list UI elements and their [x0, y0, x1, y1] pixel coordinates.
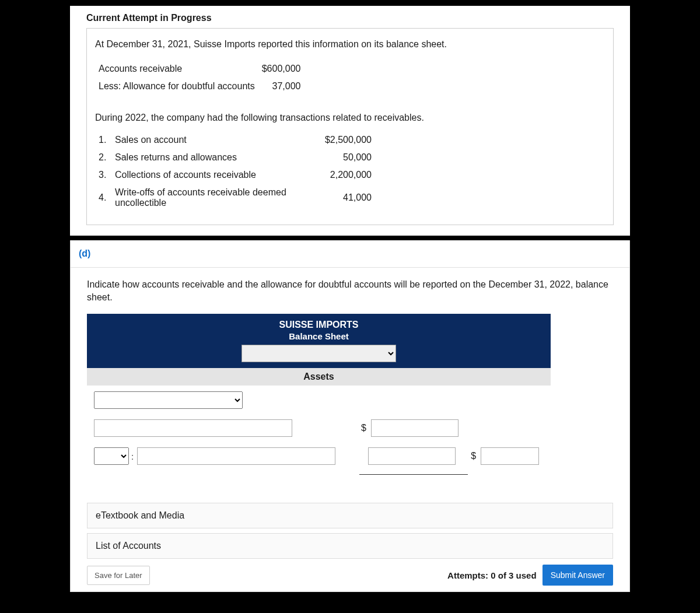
- balance-label: Less: Allowance for doubtful accounts: [99, 78, 262, 95]
- txn-amount: 50,000: [319, 149, 377, 166]
- submit-answer-button[interactable]: Submit Answer: [542, 565, 613, 586]
- txn-desc: Sales on account: [115, 131, 319, 149]
- txn-number: 1.: [99, 131, 115, 149]
- balance-table: Accounts receivable $600,000 Less: Allow…: [99, 60, 307, 95]
- company-name: SUISSE IMPORTS: [87, 320, 551, 330]
- table-row: 3. Collections of accounts receivable 2,…: [99, 166, 377, 184]
- account-name-input-1[interactable]: [94, 419, 292, 437]
- sheet-header: SUISSE IMPORTS Balance Sheet: [87, 314, 551, 368]
- attempt-header: Current Attempt in Progress: [86, 13, 614, 23]
- intro-paragraph: At December 31, 2021, Suisse Imports rep…: [95, 39, 605, 50]
- balance-value: $600,000: [262, 60, 308, 78]
- txn-desc: Sales returns and allowances: [115, 149, 319, 166]
- subtotal-underline: [359, 474, 468, 475]
- table-row: 4. Write-offs of accounts receivable dee…: [99, 184, 377, 212]
- during-paragraph: During 2022, the company had the followi…: [95, 113, 605, 123]
- attempts-text: Attempts: 0 of 3 used: [447, 570, 537, 580]
- txn-number: 2.: [99, 149, 115, 166]
- assets-heading: Assets: [87, 368, 551, 386]
- sheet-title: Balance Sheet: [87, 331, 551, 341]
- table-row: 2. Sales returns and allowances 50,000: [99, 149, 377, 166]
- part-d-label: (d): [71, 240, 629, 268]
- instruction-text: Indicate how accounts receivable and the…: [87, 278, 613, 303]
- answer-card: (d) Indicate how accounts receivable and…: [70, 240, 630, 592]
- colon-label: :: [131, 451, 134, 461]
- save-for-later-button[interactable]: Save for Later: [87, 566, 150, 585]
- txn-desc: Collections of accounts receivable: [115, 166, 319, 184]
- account-name-input-2[interactable]: [137, 447, 335, 465]
- balance-value: 37,000: [262, 78, 308, 95]
- table-row: Less: Allowance for doubtful accounts 37…: [99, 78, 307, 95]
- dollar-sign: $: [471, 451, 476, 461]
- footer-row: Save for Later Attempts: 0 of 3 used Sub…: [87, 565, 613, 586]
- table-row: 1. Sales on account $2,500,000: [99, 131, 377, 149]
- list-of-accounts-link[interactable]: List of Accounts: [87, 533, 613, 559]
- transactions-table: 1. Sales on account $2,500,000 2. Sales …: [99, 131, 377, 212]
- txn-number: 3.: [99, 166, 115, 184]
- txn-amount: $2,500,000: [319, 131, 377, 149]
- amount-input-1[interactable]: [371, 419, 459, 437]
- balance-sheet: SUISSE IMPORTS Balance Sheet Assets $: [87, 314, 551, 479]
- sign-select[interactable]: [94, 447, 129, 465]
- etextbook-link[interactable]: eTextbook and Media: [87, 503, 613, 528]
- txn-desc: Write-offs of accounts receivable deemed…: [115, 184, 319, 212]
- date-select[interactable]: [242, 345, 396, 362]
- txn-amount: 2,200,000: [319, 166, 377, 184]
- question-card-background: Current Attempt in Progress At December …: [70, 6, 630, 236]
- amount-input-2[interactable]: [368, 447, 456, 465]
- txn-amount: 41,000: [319, 184, 377, 212]
- balance-label: Accounts receivable: [99, 60, 262, 78]
- question-box: At December 31, 2021, Suisse Imports rep…: [86, 28, 614, 225]
- dollar-sign: $: [361, 423, 366, 433]
- txn-number: 4.: [99, 184, 115, 212]
- table-row: Accounts receivable $600,000: [99, 60, 307, 78]
- amount-input-3[interactable]: [481, 447, 539, 465]
- category-select[interactable]: [94, 391, 243, 409]
